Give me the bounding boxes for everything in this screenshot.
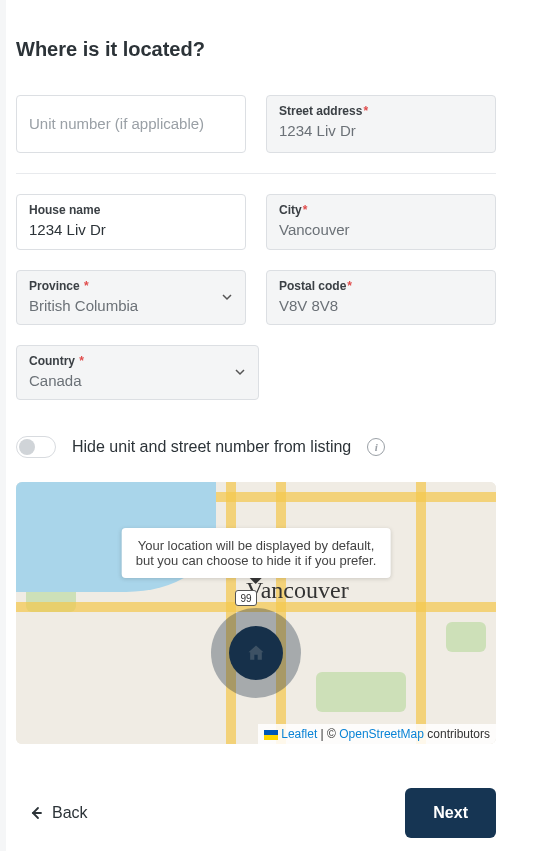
- osm-link[interactable]: OpenStreetMap: [339, 727, 424, 741]
- house-name-input[interactable]: [29, 221, 233, 238]
- hide-address-toggle[interactable]: [16, 436, 56, 458]
- divider: [16, 173, 496, 174]
- hide-address-toggle-label: Hide unit and street number from listing: [72, 438, 351, 456]
- street-address-value: 1234 Liv Dr: [279, 122, 483, 139]
- map-attribution: Leaflet | © OpenStreetMap contributors: [258, 724, 496, 744]
- unit-number-input[interactable]: [29, 115, 233, 132]
- house-name-label: House name: [29, 203, 233, 217]
- page-title: Where is it located?: [16, 38, 496, 61]
- back-button[interactable]: Back: [16, 800, 100, 826]
- city-field[interactable]: City* Vancouver: [266, 194, 496, 250]
- location-map[interactable]: 99 Vancouver Your location will be displ…: [16, 482, 496, 744]
- ukraine-flag-icon: [264, 730, 278, 740]
- street-address-field[interactable]: Street address* 1234 Liv Dr: [266, 95, 496, 153]
- back-button-label: Back: [52, 804, 88, 822]
- province-value: British Columbia: [29, 297, 233, 314]
- postal-code-label: Postal code*: [279, 279, 483, 293]
- map-tooltip: Your location will be displayed by defau…: [122, 528, 391, 578]
- highway-badge: 99: [235, 590, 257, 606]
- leaflet-link[interactable]: Leaflet: [281, 727, 317, 741]
- province-field[interactable]: Province * British Columbia: [16, 270, 246, 325]
- map-location-pin[interactable]: [211, 608, 301, 698]
- city-label: City*: [279, 203, 483, 217]
- house-name-field[interactable]: House name: [16, 194, 246, 250]
- country-label: Country *: [29, 354, 246, 368]
- unit-number-field[interactable]: [16, 95, 246, 153]
- postal-code-value: V8V 8V8: [279, 297, 483, 314]
- city-value: Vancouver: [279, 221, 483, 238]
- street-address-label: Street address*: [279, 104, 483, 118]
- arrow-left-icon: [28, 805, 44, 821]
- next-button[interactable]: Next: [405, 788, 496, 838]
- postal-code-field[interactable]: Postal code* V8V 8V8: [266, 270, 496, 325]
- home-icon: [246, 643, 266, 663]
- province-label: Province *: [29, 279, 233, 293]
- info-icon[interactable]: i: [367, 438, 385, 456]
- country-value: Canada: [29, 372, 246, 389]
- country-field[interactable]: Country * Canada: [16, 345, 259, 400]
